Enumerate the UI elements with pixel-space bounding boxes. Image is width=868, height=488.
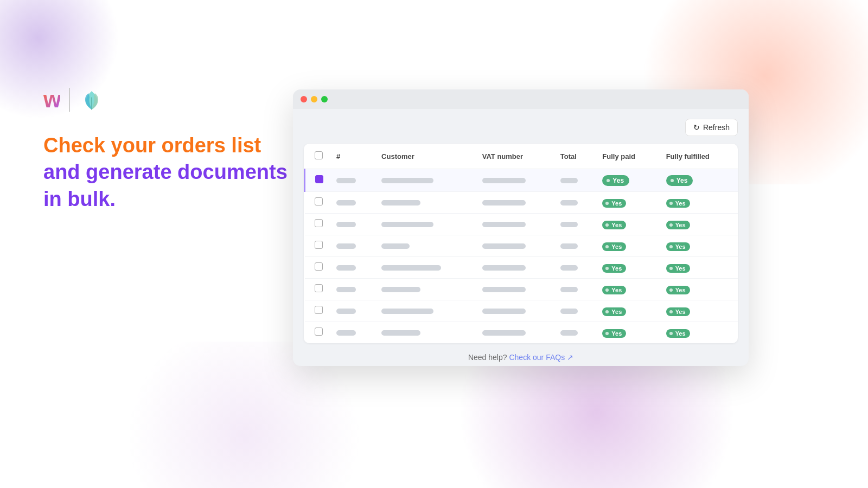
table-row[interactable]: Yes Yes — [305, 279, 738, 300]
row-checkbox[interactable] — [315, 284, 323, 292]
skel-id — [336, 243, 356, 249]
fulfilled-yes-badge: Yes — [666, 242, 690, 251]
badge-dot — [607, 179, 610, 182]
faq-link-text: Check our FAQs — [509, 353, 565, 362]
fulfilled-yes-badge: Yes — [666, 307, 690, 316]
orders-table: # Customer VAT number Total Fully paid F… — [304, 144, 738, 343]
browser-window: ↻ Refresh # Customer VAT number Total Fu… — [293, 89, 749, 366]
headline-line1: Check your orders list — [43, 132, 288, 159]
row-checkbox[interactable] — [315, 175, 323, 183]
paid-yes-badge: Yes — [602, 307, 626, 316]
row-checkbox[interactable] — [315, 262, 323, 271]
skel-vat — [482, 178, 526, 183]
paid-yes-badge: Yes — [602, 221, 626, 229]
fulfilled-yes-badge: Yes — [666, 221, 690, 229]
skel-total — [560, 309, 578, 314]
left-panel: w Check your orders list and generate do… — [43, 87, 288, 213]
table-row[interactable]: Yes Yes — [305, 169, 738, 192]
fulfilled-yes-badge: Yes — [666, 199, 690, 208]
col-vat: VAT number — [476, 144, 554, 169]
table-row[interactable]: Yes Yes — [305, 322, 738, 344]
table-row[interactable]: Yes Yes — [305, 214, 738, 235]
fulfilled-yes-badge: Yes — [666, 329, 690, 338]
fulfilled-yes-badge: Yes — [666, 264, 690, 273]
orders-table-container: # Customer VAT number Total Fully paid F… — [304, 144, 738, 343]
faq-link[interactable]: Check our FAQs ↗ — [509, 353, 573, 362]
skel-total — [560, 243, 578, 249]
headline: Check your orders list and generate docu… — [43, 132, 288, 213]
select-all-checkbox[interactable] — [315, 151, 323, 159]
col-fulfilled: Fully fulfilled — [660, 144, 738, 169]
row-checkbox[interactable] — [315, 197, 323, 206]
skel-id — [336, 178, 356, 183]
logo-divider — [69, 88, 70, 112]
col-number: # — [330, 144, 375, 169]
dot-yellow — [311, 96, 317, 102]
help-text: Need help? — [468, 353, 507, 362]
browser-body: ↻ Refresh # Customer VAT number Total Fu… — [293, 109, 749, 366]
badge-dot — [671, 179, 674, 182]
skel-vat — [482, 287, 526, 292]
skel-customer — [381, 265, 441, 271]
row-checkbox-cell — [305, 169, 330, 192]
paid-yes-badge: Yes — [602, 175, 629, 186]
fulfilled-yes-label: Yes — [676, 177, 688, 184]
skel-id — [336, 287, 356, 292]
dot-green — [321, 96, 328, 102]
col-checkbox — [305, 144, 330, 169]
skel-total — [560, 222, 578, 227]
skel-customer — [381, 309, 433, 314]
row-checkbox[interactable] — [315, 328, 323, 336]
external-link-icon: ↗ — [567, 353, 573, 362]
skel-total — [560, 200, 578, 206]
paid-yes-badge: Yes — [602, 264, 626, 273]
leaf-logo — [79, 87, 105, 113]
fulfilled-yes-badge: Yes — [666, 286, 690, 294]
skel-customer — [381, 200, 420, 206]
w-logo: w — [43, 87, 60, 113]
table-row[interactable]: Yes Yes — [305, 235, 738, 257]
skel-id — [336, 222, 356, 227]
table-row[interactable]: Yes Yes — [305, 192, 738, 214]
refresh-button[interactable]: ↻ Refresh — [685, 119, 738, 136]
badge-dot — [605, 202, 609, 205]
skel-total — [560, 287, 578, 292]
help-footer: Need help? Check our FAQs ↗ — [304, 353, 738, 362]
refresh-label: Refresh — [703, 123, 730, 132]
skel-vat — [482, 243, 526, 249]
skel-id — [336, 265, 356, 271]
skel-customer — [381, 178, 433, 183]
paid-yes-badge: Yes — [602, 286, 626, 294]
skel-id — [336, 200, 356, 206]
skel-total — [560, 265, 578, 271]
skel-customer — [381, 243, 410, 249]
skel-vat — [482, 330, 526, 336]
paid-yes-badge: Yes — [602, 242, 626, 251]
col-customer: Customer — [375, 144, 476, 169]
skel-vat — [482, 265, 526, 271]
dot-red — [301, 96, 307, 102]
paid-yes-label: Yes — [612, 177, 624, 184]
table-header-row: # Customer VAT number Total Fully paid F… — [305, 144, 738, 169]
col-paid: Fully paid — [596, 144, 659, 169]
table-row[interactable]: Yes Yes — [305, 257, 738, 279]
paid-yes-badge: Yes — [602, 199, 626, 208]
row-checkbox[interactable] — [315, 241, 323, 249]
skel-id — [336, 330, 356, 336]
skel-vat — [482, 309, 526, 314]
headline-line2: and generate documents — [43, 159, 288, 185]
skel-customer — [381, 330, 420, 336]
skel-id — [336, 309, 356, 314]
badge-dot — [669, 202, 673, 205]
row-checkbox[interactable] — [315, 219, 323, 227]
row-checkbox[interactable] — [315, 306, 323, 314]
table-row[interactable]: Yes Yes — [305, 300, 738, 322]
fulfilled-yes-badge: Yes — [666, 175, 693, 186]
skel-customer — [381, 287, 420, 292]
headline-line3: in bulk. — [43, 186, 288, 213]
browser-titlebar — [293, 89, 749, 109]
refresh-icon: ↻ — [693, 123, 700, 132]
skel-vat — [482, 222, 526, 227]
logo-row: w — [43, 87, 288, 113]
skel-vat — [482, 200, 526, 206]
